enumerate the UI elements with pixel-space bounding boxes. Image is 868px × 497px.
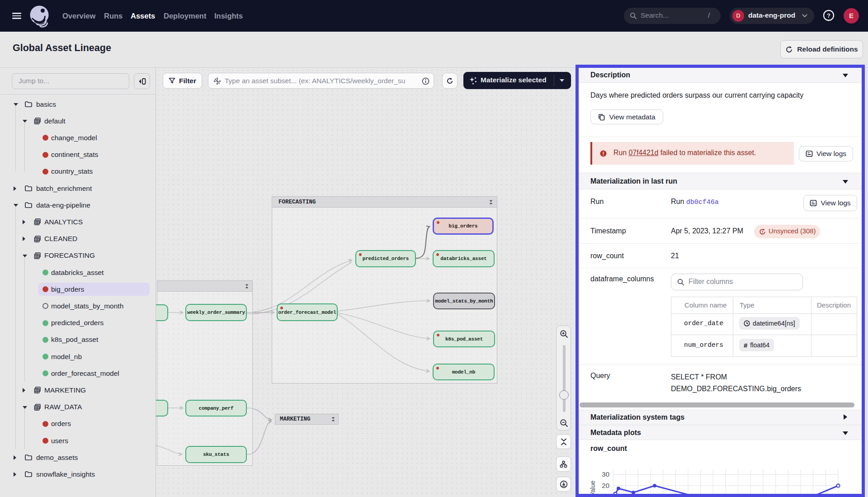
- svg-text:10: 10: [602, 492, 609, 494]
- svg-text:30: 30: [602, 470, 609, 478]
- svg-text:?: ?: [827, 12, 830, 19]
- svg-text:20: 20: [602, 482, 609, 489]
- svg-text:Value: Value: [589, 480, 596, 494]
